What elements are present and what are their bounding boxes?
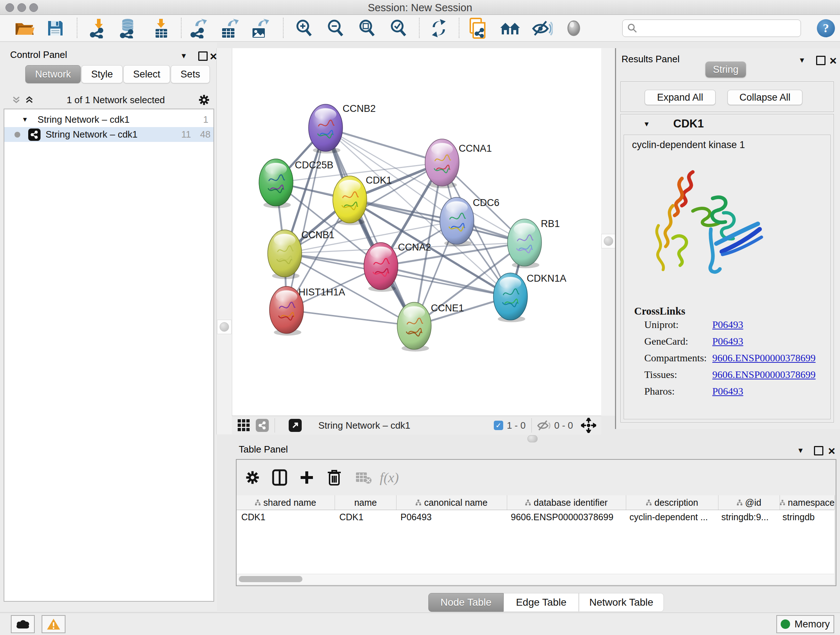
right-splitter-handle[interactable] [601, 234, 616, 249]
export-image-icon[interactable] [249, 18, 271, 39]
crosslink-value-link[interactable]: P06493 [712, 336, 744, 347]
column-header-canonical-name[interactable]: canonical name [396, 495, 507, 510]
expand-all-button[interactable]: Expand All [645, 90, 715, 105]
column-header-shared-name[interactable]: shared name [237, 495, 335, 510]
right-splitter[interactable] [601, 48, 615, 416]
import-network-from-database-icon[interactable] [117, 18, 139, 39]
export-table-icon[interactable] [218, 18, 241, 39]
shared-column-icon [646, 500, 652, 505]
search-input[interactable] [641, 23, 801, 34]
network-edge-CCNB2-CCNA1[interactable] [325, 128, 442, 163]
results-panel-menu-icon[interactable]: ▼ [798, 57, 806, 64]
network-edge-CCNA2-CDKN1A[interactable] [381, 266, 510, 296]
tab-node-table[interactable]: Node Table [428, 593, 504, 612]
tab-style[interactable]: Style [81, 65, 123, 83]
collapse-all-button[interactable]: Collapse All [728, 90, 802, 105]
control-panel-float-icon[interactable] [198, 51, 208, 61]
inspect-eye-icon[interactable] [562, 18, 585, 39]
table-cell: cyclin-dependent ... [625, 512, 717, 523]
zoom-in-icon[interactable] [293, 18, 316, 39]
export-network-icon[interactable] [187, 18, 210, 39]
import-network-from-file-icon[interactable] [87, 18, 109, 39]
table-panel-close-icon[interactable]: × [828, 447, 835, 455]
table-panel-menu-icon[interactable]: ▼ [797, 447, 804, 454]
crosslink-value-link[interactable]: 9606.ENSP00000378699 [712, 369, 815, 380]
column-header-namespace[interactable]: namespace [780, 495, 835, 510]
hide-unhide-icon[interactable] [531, 18, 554, 39]
left-splitter[interactable] [216, 48, 232, 434]
network-node-CCNB2[interactable]: CCNB2 [309, 103, 376, 154]
node-label-CDC25B: CDC25B [295, 160, 333, 171]
refresh-icon[interactable] [428, 18, 450, 39]
network-node-RB1[interactable]: RB1 [508, 218, 560, 268]
crosslink-row: Pharos:P06493 [644, 386, 825, 397]
results-panel-float-icon[interactable] [816, 56, 826, 65]
network-node-CDC25B[interactable]: CDC25B [259, 159, 333, 208]
cloud-button[interactable] [11, 615, 35, 633]
save-session-icon[interactable] [44, 18, 66, 39]
table-row[interactable]: CDK1CDK1P064939606.ENSP00000378699cyclin… [237, 510, 834, 524]
column-header-description[interactable]: description [626, 495, 718, 510]
results-panel-close-icon[interactable]: × [829, 57, 837, 65]
column-header-@id[interactable]: @id [718, 495, 780, 510]
column-header-name[interactable]: name [335, 495, 396, 510]
control-panel-menu-icon[interactable]: ▼ [180, 52, 187, 59]
memory-button[interactable]: Memory [776, 615, 834, 633]
zoom-out-icon[interactable] [325, 18, 347, 39]
crosslink-value-link[interactable]: 9606.ENSP00000378699 [712, 352, 815, 364]
birds-eye-icon[interactable] [581, 418, 596, 433]
table-box: f(x) shared namenamecanonical namedataba… [236, 459, 836, 586]
network-row[interactable]: String Network – cdk1 11 48 [4, 127, 213, 142]
network-node-count: 11 [181, 129, 191, 140]
column-header-label: database identifier [534, 497, 607, 508]
network-node-CCNE1[interactable]: CCNE1 [397, 302, 464, 352]
selected-checkbox-icon[interactable]: ✓ [494, 421, 503, 430]
node-label-CCNA2: CCNA2 [398, 242, 431, 253]
hidden-eye-icon[interactable] [537, 419, 551, 432]
network-node-HIST1H1A[interactable]: HIST1H1A [270, 287, 345, 336]
column-header-database-identifier[interactable]: database identifier [507, 495, 626, 510]
gear-icon[interactable] [198, 94, 210, 106]
network-view-title: String Network – cdk1 [318, 420, 410, 431]
open-session-icon[interactable] [13, 18, 36, 39]
left-splitter-handle[interactable] [217, 320, 232, 334]
show-columns-icon[interactable] [269, 466, 291, 489]
expand-all-icon[interactable] [25, 96, 33, 104]
network-collection-row[interactable]: ▼ String Network – cdk1 1 [4, 112, 213, 127]
zoom-fit-icon[interactable] [356, 18, 378, 39]
tab-edge-table[interactable]: Edge Table [504, 593, 579, 612]
network-node-CCNA1[interactable]: CCNA1 [425, 139, 492, 188]
string-tab[interactable]: String [706, 62, 746, 78]
table-panel-float-icon[interactable] [814, 446, 823, 455]
warnings-button[interactable] [42, 615, 65, 633]
import-table-from-file-icon[interactable] [150, 18, 172, 39]
network-edge-CCNB2-HIST1H1A[interactable] [286, 128, 325, 310]
network-edge-HIST1H1A-CCNE1[interactable] [286, 310, 414, 326]
table-horizontal-scrollbar[interactable] [237, 574, 834, 584]
grid-view-icon[interactable] [237, 418, 251, 432]
tab-network[interactable]: Network [25, 65, 81, 83]
collection-expand-icon[interactable]: ▼ [22, 116, 28, 124]
tab-select[interactable]: Select [123, 65, 170, 83]
network-canvas[interactable]: CCNB2CCNA1CDC25BCDK1CDC6RB1CCNB1CCNA2CDK… [232, 48, 602, 416]
scrollbar-thumb[interactable] [239, 576, 302, 582]
network-node-CCNB1[interactable]: CCNB1 [268, 230, 335, 279]
delete-column-trash-icon[interactable] [324, 466, 345, 489]
create-column-icon[interactable] [296, 466, 317, 489]
control-panel-close-icon[interactable]: × [210, 52, 217, 60]
home-networks-icon[interactable] [499, 18, 522, 39]
tab-sets[interactable]: Sets [171, 65, 210, 83]
clone-network-icon[interactable] [467, 18, 489, 39]
search-field[interactable] [622, 19, 801, 37]
gene-collapse-icon[interactable]: ▼ [643, 120, 650, 128]
tab-network-table[interactable]: Network Table [579, 593, 664, 612]
network-badge-icon[interactable] [256, 419, 269, 432]
crosslink-value-link[interactable]: P06493 [712, 319, 744, 331]
collapse-all-icon[interactable] [12, 96, 20, 104]
help-icon[interactable]: ? [815, 18, 837, 39]
table-settings-gear-icon[interactable] [242, 466, 264, 489]
network-node-CDKN1A[interactable]: CDKN1A [493, 273, 567, 322]
crosslink-value-link[interactable]: P06493 [712, 386, 744, 397]
zoom-selected-icon[interactable] [387, 18, 410, 39]
open-in-window-icon[interactable] [289, 419, 302, 432]
